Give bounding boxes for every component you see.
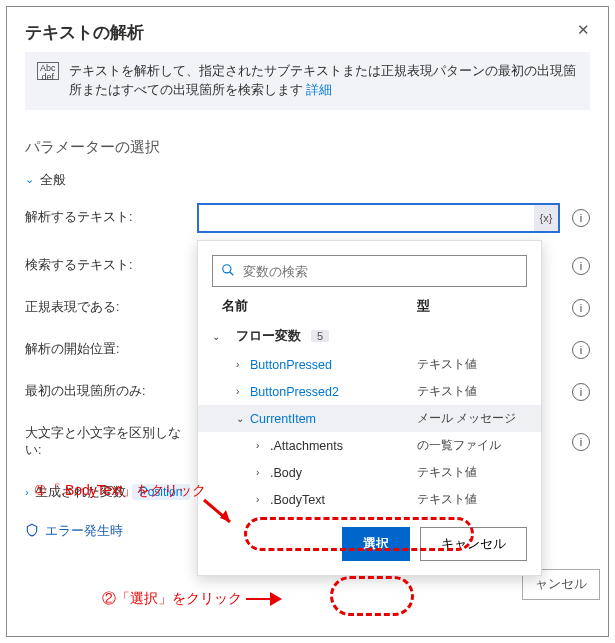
svg-point-0 (223, 264, 231, 272)
col-type: 型 (417, 297, 527, 315)
col-name: 名前 (222, 297, 417, 315)
generated-var-pill[interactable]: Position (132, 484, 191, 500)
label-ignore-case: 大文字と小文字を区別しない: (25, 425, 189, 459)
label-first-only: 最初の出現箇所のみ: (25, 383, 189, 400)
variable-item[interactable]: ›.BodyTextテキスト値 (198, 486, 541, 513)
search-box[interactable] (212, 255, 527, 287)
chevron-down-icon: ⌄ (236, 413, 250, 424)
search-input[interactable] (243, 264, 518, 279)
text-to-parse-input[interactable] (197, 203, 560, 233)
variable-name: ButtonPressed2 (250, 385, 417, 399)
group-toggle[interactable]: ⌄ 全般 (25, 171, 590, 189)
info-icon[interactable]: i (572, 341, 590, 359)
variable-type: の一覧ファイル (417, 437, 527, 454)
variable-name: .Body (270, 466, 417, 480)
variable-type: テキスト値 (417, 356, 527, 373)
variable-name: .Attachments (270, 439, 417, 453)
details-link[interactable]: 詳細 (306, 83, 332, 97)
chevron-right-icon: › (236, 359, 250, 370)
on-error-label: エラー発生時 (45, 523, 123, 540)
close-icon[interactable]: ✕ (577, 21, 590, 39)
select-button[interactable]: 選択 (342, 527, 410, 561)
variable-item[interactable]: ›.Bodyテキスト値 (198, 459, 541, 486)
group-header-label: フロー変数 (236, 327, 301, 345)
fx-button[interactable]: {x} (534, 205, 558, 231)
label-text-to-find: 検索するテキスト: (25, 257, 189, 274)
variable-item[interactable]: ›.Attachmentsの一覧ファイル (198, 432, 541, 459)
group-label: 全般 (40, 171, 66, 189)
shield-icon (25, 523, 39, 540)
info-banner: Abcdef テキストを解析して、指定されたサブテキストまたは正規表現パターンの… (25, 52, 590, 110)
variable-item[interactable]: ⌄CurrentItemメール メッセージ (198, 405, 541, 432)
variable-type: テキスト値 (417, 464, 527, 481)
info-icon[interactable]: i (572, 299, 590, 317)
abc-icon: Abcdef (37, 62, 59, 80)
variable-type: テキスト値 (417, 383, 527, 400)
section-label: パラメーターの選択 (25, 138, 590, 157)
variable-type: メール メッセージ (417, 410, 527, 427)
variable-picker-popup: 名前 型 ⌄ フロー変数 5 ›ButtonPressedテキスト値›Butto… (197, 240, 542, 576)
group-count-badge: 5 (311, 330, 329, 342)
variable-name: CurrentItem (250, 412, 417, 426)
chevron-right-icon: › (25, 486, 29, 498)
generated-vars-label: 生成された変数 (35, 483, 126, 501)
svg-line-1 (230, 271, 234, 275)
label-text-to-parse: 解析するテキスト: (25, 209, 189, 226)
info-icon[interactable]: i (572, 257, 590, 275)
chevron-right-icon: › (256, 467, 270, 478)
flow-vars-group[interactable]: ⌄ フロー変数 5 (198, 321, 541, 351)
cancel-button[interactable]: キャンセル (420, 527, 527, 561)
variable-item[interactable]: ›ButtonPressedテキスト値 (198, 351, 541, 378)
variable-name: ButtonPressed (250, 358, 417, 372)
info-icon[interactable]: i (572, 209, 590, 227)
dialog-title: テキストの解析 (25, 21, 144, 44)
variable-name: .BodyText (270, 493, 417, 507)
chevron-right-icon: › (236, 386, 250, 397)
chevron-right-icon: › (256, 494, 270, 505)
info-icon[interactable]: i (572, 433, 590, 451)
variable-item[interactable]: ›ButtonPressed2テキスト値 (198, 378, 541, 405)
label-start-pos: 解析の開始位置: (25, 341, 189, 358)
chevron-right-icon: › (256, 440, 270, 451)
label-is-regex: 正規表現である: (25, 299, 189, 316)
chevron-down-icon: ⌄ (25, 173, 34, 186)
variable-type: テキスト値 (417, 491, 527, 508)
chevron-down-icon: ⌄ (212, 331, 226, 342)
info-icon[interactable]: i (572, 383, 590, 401)
search-icon (221, 263, 235, 280)
